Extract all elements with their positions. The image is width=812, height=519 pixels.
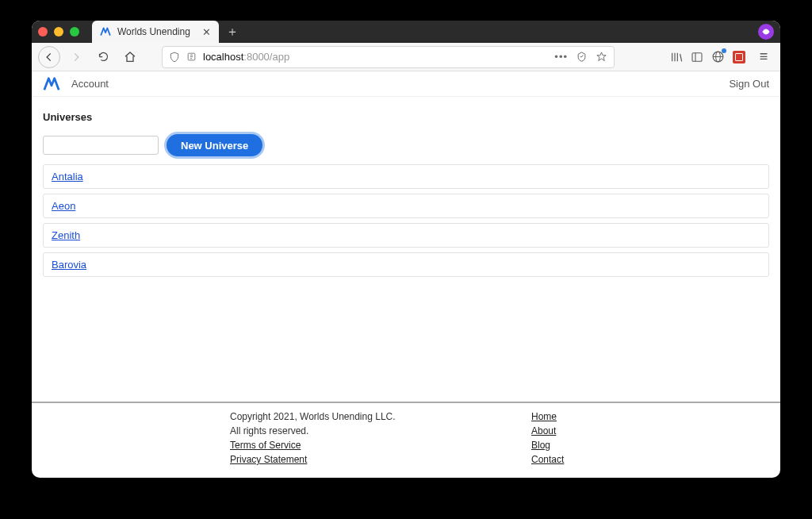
universe-list: Antalia Aeon Zenith Barovia bbox=[43, 164, 769, 277]
universe-list-item: Aeon bbox=[43, 194, 769, 218]
footer-copyright: Copyright 2021, Worlds Unending LLC. bbox=[230, 411, 531, 422]
universe-name-input[interactable] bbox=[43, 136, 159, 155]
nav-signout-link[interactable]: Sign Out bbox=[729, 78, 769, 90]
create-universe-row: New Universe bbox=[43, 134, 769, 156]
universe-link[interactable]: Aeon bbox=[52, 200, 75, 212]
universe-link[interactable]: Barovia bbox=[52, 259, 86, 271]
toolbar-right: ≡ bbox=[670, 48, 774, 65]
footer: Copyright 2021, Worlds Unending LLC. All… bbox=[32, 402, 780, 478]
hamburger-menu-button[interactable]: ≡ bbox=[753, 48, 774, 65]
footer-home-link[interactable]: Home bbox=[531, 411, 564, 422]
window-close-button[interactable] bbox=[38, 27, 48, 37]
back-button[interactable] bbox=[38, 46, 60, 68]
universe-list-item: Barovia bbox=[43, 252, 769, 277]
tab-favicon bbox=[100, 26, 111, 37]
nav-account-link[interactable]: Account bbox=[71, 78, 109, 90]
reload-button[interactable] bbox=[92, 46, 114, 68]
main-content: Universes New Universe Antalia Aeon Zeni… bbox=[32, 97, 780, 402]
address-bar[interactable]: localhost:8000/app ••• bbox=[162, 46, 615, 68]
svg-rect-1 bbox=[692, 52, 702, 61]
tab-strip: Worlds Unending ✕ ＋ bbox=[32, 21, 780, 43]
reader-mode-icon[interactable] bbox=[576, 51, 588, 63]
tab-close-button[interactable]: ✕ bbox=[202, 26, 211, 38]
universe-list-item: Antalia bbox=[43, 164, 769, 189]
new-universe-button[interactable]: New Universe bbox=[167, 134, 262, 156]
forward-button[interactable] bbox=[65, 46, 87, 68]
sidebar-toggle-icon[interactable] bbox=[691, 51, 703, 63]
footer-about-link[interactable]: About bbox=[531, 425, 564, 436]
footer-tos-link[interactable]: Terms of Service bbox=[230, 440, 531, 451]
browser-tab[interactable]: Worlds Unending ✕ bbox=[92, 21, 219, 43]
footer-contact-link[interactable]: Contact bbox=[531, 454, 564, 465]
universe-link[interactable]: Zenith bbox=[52, 229, 80, 241]
window-minimize-button[interactable] bbox=[54, 27, 63, 37]
browser-window: Worlds Unending ✕ ＋ localhost:80 bbox=[32, 21, 780, 478]
footer-blog-link[interactable]: Blog bbox=[531, 440, 564, 451]
page-actions-icon[interactable]: ••• bbox=[554, 51, 568, 63]
home-button[interactable] bbox=[119, 46, 141, 68]
extension-badge[interactable] bbox=[758, 24, 774, 40]
bookmark-star-icon[interactable] bbox=[596, 51, 607, 63]
app-logo[interactable] bbox=[43, 75, 60, 93]
extension-square-icon[interactable] bbox=[733, 51, 745, 63]
footer-privacy-link[interactable]: Privacy Statement bbox=[230, 454, 531, 465]
tracking-shield-icon[interactable] bbox=[169, 52, 180, 63]
new-tab-button[interactable]: ＋ bbox=[222, 21, 243, 42]
extension-icon[interactable] bbox=[711, 50, 725, 63]
universe-list-item: Zenith bbox=[43, 223, 769, 248]
universe-link[interactable]: Antalia bbox=[52, 171, 83, 183]
universes-heading: Universes bbox=[43, 111, 769, 123]
browser-toolbar: localhost:8000/app ••• bbox=[32, 43, 780, 71]
footer-rights: All rights reserved. bbox=[230, 425, 531, 436]
page-info-icon[interactable] bbox=[186, 52, 197, 62]
window-controls bbox=[38, 27, 79, 37]
app-header: Account Sign Out bbox=[32, 71, 780, 97]
url-text: localhost:8000/app bbox=[203, 51, 548, 63]
library-icon[interactable] bbox=[670, 51, 683, 63]
tab-title: Worlds Unending bbox=[117, 26, 190, 37]
window-maximize-button[interactable] bbox=[70, 27, 79, 37]
